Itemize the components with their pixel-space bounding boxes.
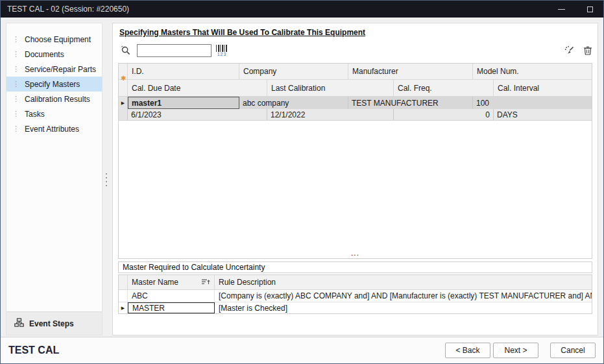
column-header-cal-due-date[interactable]: Cal. Due Date: [128, 80, 267, 97]
delete-icon[interactable]: [583, 45, 592, 56]
sidebar-item-tasks[interactable]: ⋮ Tasks: [6, 106, 102, 121]
cancel-button[interactable]: Cancel: [550, 343, 596, 358]
uncertainty-section-title: Master Required to Calculate Uncertainty: [118, 261, 592, 273]
sidebar-item-label: Tasks: [25, 110, 45, 119]
titlebar: TEST CAL - 02 (Session: #220650): [1, 1, 603, 18]
splitter-handle[interactable]: [104, 172, 108, 188]
cell-rule-description[interactable]: [Company is (exactly) ABC COMPANY and] A…: [215, 290, 592, 302]
master-row-line-1[interactable]: ▶ master1 abc company TEST MANUFACTURER …: [119, 97, 592, 109]
search-icon[interactable]: [121, 45, 131, 56]
cell-last-calibration[interactable]: 12/1/2022: [267, 109, 394, 120]
column-header-rule-description[interactable]: Rule Description: [215, 275, 592, 290]
cell-master-name[interactable]: ABC: [128, 290, 215, 302]
sidebar-item-choose-equipment[interactable]: ⋮ Choose Equipment: [6, 32, 102, 47]
column-header-company[interactable]: Company: [239, 64, 348, 80]
row-gutter: [119, 109, 128, 120]
app-window: TEST CAL - 02 (Session: #220650) ⋮ Choos…: [0, 0, 604, 364]
grip-icon: ⋮: [12, 51, 19, 58]
barcode-icon[interactable]: 123: [216, 45, 228, 56]
cell-master-name-editing[interactable]: MASTER: [128, 302, 215, 313]
grip-icon: ⋮: [12, 110, 19, 117]
column-header-master-name[interactable]: Master Name: [128, 275, 215, 290]
barcode-bars-icon: [216, 45, 228, 52]
header-gutter: [119, 80, 128, 97]
column-header-manufacturer[interactable]: Manufacturer: [348, 64, 473, 80]
row-arrow-icon: ▶: [121, 306, 125, 311]
cell-cal-interval[interactable]: DAYS: [494, 109, 592, 120]
row-gutter: [119, 290, 128, 302]
grip-icon: ⋮: [12, 80, 19, 88]
cell-cal-freq[interactable]: 0: [394, 109, 494, 120]
main-panel: Specifying Masters That Will Be Used To …: [112, 23, 598, 335]
sidebar-item-calibration-results[interactable]: ⋮ Calibration Results: [6, 91, 102, 106]
maximize-icon[interactable]: [587, 6, 593, 12]
cell-rule-description[interactable]: [Master is Checked]: [215, 302, 592, 313]
cell-cal-due-date[interactable]: 6/1/2023: [128, 109, 267, 120]
next-button[interactable]: Next >: [493, 343, 538, 358]
master-row-line-2[interactable]: 6/1/2023 12/1/2022 0 DAYS: [119, 109, 592, 121]
grid-header-row-1: I.D. Company Manufacturer Model Num.: [119, 64, 592, 80]
master-name-header-label: Master Name: [132, 278, 178, 287]
content-area: ⋮ Choose Equipment ⋮ Documents ⋮ Service…: [1, 18, 603, 337]
grip-icon: ⋮: [12, 66, 19, 73]
current-row-indicator: ▶: [119, 302, 128, 313]
uncertainty-grid: Master Name Rule Description ABC [Compan…: [118, 274, 592, 314]
eyedropper-icon[interactable]: [564, 45, 575, 56]
sidebar: ⋮ Choose Equipment ⋮ Documents ⋮ Service…: [6, 23, 103, 335]
window-title: TEST CAL - 02 (Session: #220650): [7, 5, 129, 14]
grid-ellipsis: ...: [119, 248, 592, 258]
sidebar-items: ⋮ Choose Equipment ⋮ Documents ⋮ Service…: [6, 23, 102, 136]
sidebar-item-documents[interactable]: ⋮ Documents: [6, 47, 102, 62]
page-title: Specifying Masters That Will Be Used To …: [118, 27, 592, 41]
minimize-icon[interactable]: [558, 9, 565, 10]
sort-ascending-icon: [202, 278, 210, 287]
session-title: TEST CAL: [8, 345, 59, 356]
sidebar-item-label: Specify Masters: [25, 80, 80, 89]
sidebar-item-specify-masters[interactable]: ⋮ Specify Masters: [6, 77, 102, 91]
window-controls: [558, 1, 593, 18]
sidebar-item-service-repair-parts[interactable]: ⋮ Service/Repair Parts: [6, 62, 102, 77]
column-header-cal-interval[interactable]: Cal. Interval: [494, 80, 592, 97]
event-steps-icon: [14, 318, 24, 329]
column-header-id[interactable]: I.D.: [128, 64, 239, 80]
barcode-number: 123: [216, 52, 228, 56]
uncertainty-row-abc[interactable]: ABC [Company is (exactly) ABC COMPANY an…: [119, 290, 592, 302]
sidebar-item-label: Choose Equipment: [25, 35, 91, 44]
search-input[interactable]: [137, 44, 211, 57]
rule-description-header-label: Rule Description: [219, 278, 276, 287]
uncertainty-row-master[interactable]: ▶ MASTER [Master is Checked]: [119, 302, 592, 313]
column-header-model-num[interactable]: Model Num.: [473, 64, 592, 80]
grip-icon: ⋮: [12, 95, 19, 103]
column-header-cal-freq[interactable]: Cal. Freq.: [394, 80, 494, 97]
column-header-last-calibration[interactable]: Last Calibration: [267, 80, 394, 97]
row-arrow-icon: ▶: [121, 101, 125, 106]
sidebar-item-label: Event Attributes: [25, 125, 79, 134]
sidebar-item-event-attributes[interactable]: ⋮ Event Attributes: [6, 121, 102, 136]
header-gutter: [119, 275, 128, 290]
cell-model-num[interactable]: 100: [473, 97, 592, 109]
sidebar-item-label: Calibration Results: [25, 95, 90, 104]
uncertainty-header-row: Master Name Rule Description: [119, 275, 592, 290]
cell-id[interactable]: master1: [128, 97, 239, 109]
grid-empty-area: [119, 121, 592, 248]
event-steps-button[interactable]: Event Steps: [6, 311, 102, 335]
current-row-indicator: ▶: [119, 97, 128, 109]
sidebar-item-label: Documents: [25, 50, 64, 59]
grip-icon: ⋮: [12, 36, 19, 43]
event-steps-label: Event Steps: [29, 319, 74, 328]
sidebar-item-label: Service/Repair Parts: [25, 65, 96, 74]
cell-company[interactable]: abc company: [239, 97, 348, 109]
footer-bar: TEST CAL < Back Next > Cancel: [1, 337, 603, 363]
back-button[interactable]: < Back: [445, 343, 490, 358]
toolbar: 123: [118, 41, 592, 60]
grid-header-row-2: Cal. Due Date Last Calibration Cal. Freq…: [119, 80, 592, 97]
cell-manufacturer[interactable]: TEST MANUFACTURER: [348, 97, 473, 109]
grip-icon: ⋮: [12, 125, 19, 132]
masters-grid: ✱ I.D. Company Manufacturer Model Num. C…: [118, 63, 592, 259]
new-row-marker-icon: ✱: [121, 75, 126, 82]
